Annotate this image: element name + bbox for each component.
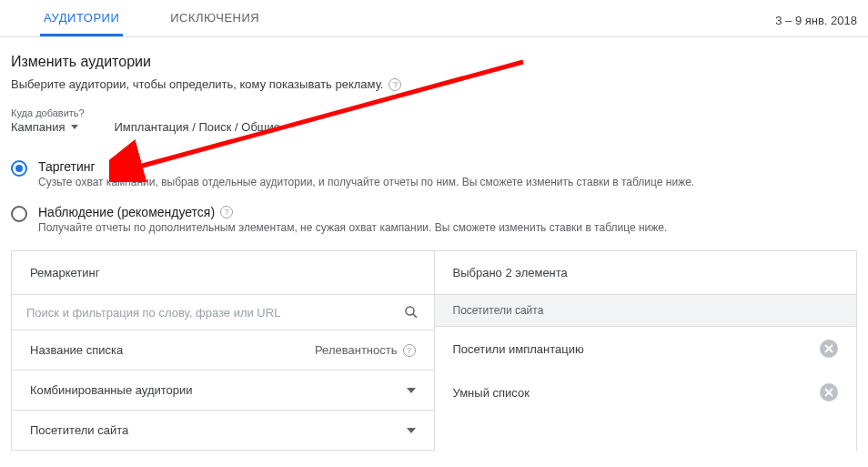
list-item-label: Посетители сайта: [30, 423, 128, 437]
selected-section: Посетители сайта: [435, 295, 857, 327]
tab-exclusions[interactable]: ИСКЛЮЧЕНИЯ: [167, 0, 263, 36]
selected-item: Посетили имплантацию: [435, 327, 857, 371]
level-dropdown[interactable]: Кампания: [11, 120, 78, 134]
selected-panel: Выбрано 2 элемента Посетители сайта Посе…: [435, 251, 857, 451]
option-observation[interactable]: Наблюдение (рекомендуется) ? Получайте о…: [11, 205, 857, 234]
page-subtitle: Выберите аудитории, чтобы определить, ко…: [11, 77, 383, 91]
observation-desc: Получайте отчеты по дополнительным элеме…: [38, 221, 667, 234]
observation-label: Наблюдение (рекомендуется): [38, 205, 215, 219]
list-row[interactable]: Посетители сайта: [12, 411, 434, 451]
help-icon[interactable]: ?: [220, 206, 233, 218]
close-icon: [824, 388, 833, 397]
selected-item: Умный список: [435, 371, 857, 414]
search-icon[interactable]: [403, 304, 419, 320]
date-range[interactable]: 3 – 9 янв. 2018: [775, 14, 857, 36]
selected-item-label: Умный список: [453, 386, 530, 400]
remove-button[interactable]: [820, 383, 838, 401]
browse-header: Ремаркетинг: [12, 251, 434, 295]
selected-item-label: Посетили имплантацию: [453, 342, 584, 356]
chevron-down-icon: [407, 388, 416, 393]
page-title: Изменить аудитории: [11, 54, 857, 70]
help-icon[interactable]: ?: [389, 78, 401, 91]
chevron-down-icon: [407, 428, 416, 433]
close-icon: [824, 344, 833, 353]
svg-line-1: [412, 314, 416, 318]
remove-button[interactable]: [820, 340, 838, 358]
list-row[interactable]: Комбинированные аудитории: [12, 371, 434, 411]
targeting-label: Таргетинг: [38, 159, 96, 174]
targeting-desc: Сузьте охват кампании, выбрав отдельные …: [38, 176, 694, 188]
help-icon[interactable]: ?: [403, 344, 416, 357]
list-item-label: Комбинированные аудитории: [30, 383, 193, 397]
caret-down-icon: [71, 125, 78, 129]
col-relevance: Релевантность: [315, 343, 397, 357]
where-label: Куда добавить?: [11, 107, 857, 118]
breadcrumb[interactable]: Имплантация / Поиск / Общие: [115, 120, 281, 134]
search-input[interactable]: [26, 306, 396, 320]
radio-icon: [11, 206, 27, 222]
svg-point-0: [406, 307, 414, 315]
radio-icon: [11, 160, 27, 177]
browse-panel: Ремаркетинг Название списка Релевантност…: [12, 251, 435, 451]
selected-header: Выбрано 2 элемента: [435, 251, 857, 295]
option-targeting[interactable]: Таргетинг Сузьте охват кампании, выбрав …: [11, 159, 857, 188]
tab-audiences[interactable]: АУДИТОРИИ: [40, 0, 123, 36]
col-name: Название списка: [30, 343, 123, 357]
level-value: Кампания: [11, 120, 66, 134]
